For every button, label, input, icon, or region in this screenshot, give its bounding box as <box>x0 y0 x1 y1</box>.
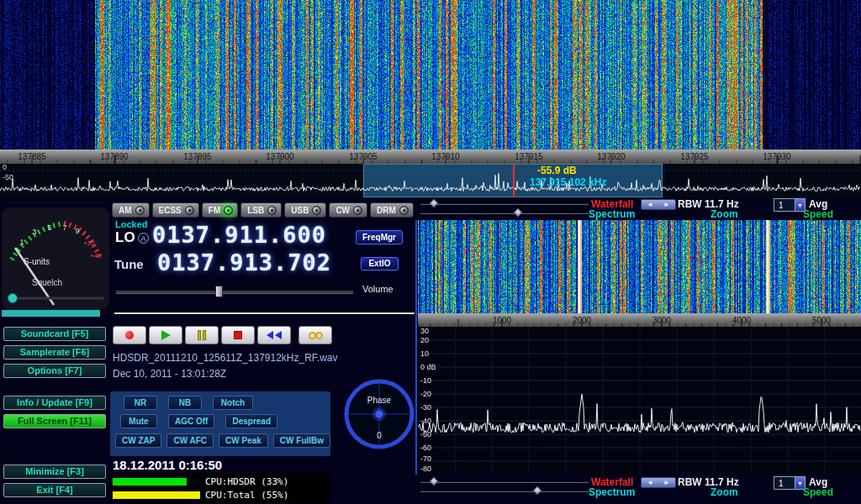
volume-slider-thumb[interactable] <box>215 286 223 297</box>
freq-label: 137890 <box>100 152 128 161</box>
lo-frequency-display[interactable]: 0137.911.600 <box>152 222 326 248</box>
smeter-tick-label: 1 <box>19 238 24 246</box>
mode-am[interactable]: AM <box>112 202 150 218</box>
hdsdr-level-bar <box>113 478 200 486</box>
slider-groove[interactable] <box>420 202 589 205</box>
exit-button[interactable]: Exit [F4] <box>3 483 106 497</box>
slider-groove[interactable] <box>420 212 589 214</box>
volume-slider-track[interactable] <box>116 291 353 293</box>
slider-thumb[interactable] <box>513 207 522 217</box>
cw-zap-button[interactable]: CW ZAP <box>115 433 161 448</box>
af-waterfall-display[interactable] <box>418 220 861 313</box>
major-ticks <box>0 155 861 164</box>
cw-afc-button[interactable]: CW AFC <box>166 433 214 448</box>
signal-level-bar <box>2 310 100 317</box>
loop-button[interactable] <box>298 326 332 344</box>
slider-thumb[interactable] <box>429 476 438 486</box>
datetime-display: 18.12.2011 0:16:50 <box>113 458 222 472</box>
lo-lock-badge[interactable]: A <box>138 233 149 244</box>
smeter-tick-label: 5 <box>47 223 51 232</box>
arrow-right-icon[interactable]: ► <box>663 480 670 486</box>
slider-thumb[interactable] <box>532 486 541 495</box>
avg-select-bottom[interactable]: 1 ▼ <box>774 476 806 490</box>
nb-button[interactable]: NB <box>168 396 202 410</box>
mode-cw[interactable]: CW <box>329 202 367 218</box>
freq-label: 137910 <box>431 152 459 161</box>
mode-knob-icon <box>399 206 409 215</box>
cw-peak-button[interactable]: CW Peak <box>219 433 268 448</box>
info-update-button[interactable]: Info / Update [F9] <box>3 396 106 410</box>
waterfall-contrast-slider[interactable] <box>420 200 589 208</box>
recording-position-slider[interactable] <box>114 312 415 314</box>
arrow-left-icon[interactable]: ◄ <box>647 202 653 208</box>
s-units-label: S-units <box>24 257 50 266</box>
af-scale-label: 4000 <box>732 316 751 325</box>
af-scale-label: 1000 <box>493 316 511 325</box>
zoom-arrows[interactable]: ◄ ► <box>641 199 676 210</box>
freqmgr-button[interactable]: FreqMgr <box>356 230 403 244</box>
db-axis-label: -40 <box>420 417 431 425</box>
af-spectrum-display[interactable]: 30 20 10 0 dB -10 -20 -30 -40 -50 -60 -7… <box>418 327 861 475</box>
rewind-button[interactable] <box>257 326 291 344</box>
avg-select[interactable]: 1 ▼ <box>774 198 806 212</box>
waterfall-contrast-slider-bottom[interactable] <box>420 478 589 486</box>
cw-fullbw-button[interactable]: CW FullBw <box>273 433 330 448</box>
record-button[interactable] <box>113 326 146 344</box>
af-frequency-scale[interactable]: 1000 2000 3000 4000 5000 <box>418 313 861 327</box>
zoom-label-bottom: Zoom <box>710 487 738 497</box>
rf-waterfall-display[interactable] <box>0 0 861 150</box>
despread-button[interactable]: Despread <box>225 414 277 428</box>
freq-label: 137930 <box>763 152 790 161</box>
spectrum-tab[interactable]: Spectrum <box>589 209 635 219</box>
stop-button[interactable] <box>221 326 255 344</box>
soundcard-button[interactable]: Soundcard [F5] <box>3 327 106 341</box>
mute-button[interactable]: Mute <box>120 414 157 428</box>
strip-axis-label: -50 <box>3 173 13 181</box>
db-axis-label: -10 <box>420 377 431 385</box>
mode-ecss[interactable]: ECSS <box>152 202 199 218</box>
mode-usb[interactable]: USB <box>284 202 326 218</box>
zoom-arrows-bottom[interactable]: ◄ ► <box>641 477 676 488</box>
tune-marker <box>513 164 515 197</box>
fullscreen-button[interactable]: Full Screen [F11] <box>3 414 106 428</box>
total-level-fill <box>113 491 200 499</box>
mode-drm[interactable]: DRM <box>370 202 414 218</box>
tuning-spectrum-trace <box>0 164 861 197</box>
mode-knob-icon <box>353 206 362 215</box>
extio-button[interactable]: ExtIO <box>361 257 399 270</box>
mode-lsb[interactable]: LSB <box>240 202 282 218</box>
hdsdr-window: 137885 137890 137895 137900 137905 13791… <box>0 0 861 504</box>
tuning-spectrum[interactable]: 0 -50 -55.9 dB 137.915.102 kHz <box>0 164 861 197</box>
phase-label: Phase <box>367 396 392 405</box>
cpu-total-text: CPU:Total (55%) <box>205 490 288 501</box>
pause-button[interactable] <box>185 326 219 344</box>
squelch-slider-thumb[interactable] <box>8 294 18 303</box>
db-axis-label: -80 <box>420 465 431 473</box>
tune-frequency-display[interactable]: 0137.913.702 <box>157 249 331 276</box>
options-button[interactable]: Options [F7] <box>3 364 106 378</box>
rf-frequency-scale[interactable]: 137885 137890 137895 137900 137905 13791… <box>0 150 861 164</box>
cpu-row: CPU:Total (55%) <box>113 489 330 501</box>
slider-groove[interactable] <box>420 490 589 492</box>
slider-groove[interactable] <box>420 480 589 483</box>
db-readout: -55.9 dB <box>537 165 577 176</box>
arrow-right-icon[interactable]: ► <box>663 202 670 208</box>
phase-value: 0 <box>377 431 382 440</box>
spectrum-tab-bottom[interactable]: Spectrum <box>589 487 635 497</box>
agc-button[interactable]: AGC Off <box>168 414 214 428</box>
waterfall-brightness-slider[interactable] <box>420 209 589 218</box>
mode-knob-icon <box>185 206 194 215</box>
play-button[interactable] <box>149 326 182 344</box>
minimize-button[interactable]: Minimize [F3] <box>3 465 106 479</box>
mode-knob-icon <box>267 206 277 215</box>
nr-button[interactable]: NR <box>124 396 157 410</box>
mode-fm[interactable]: FM <box>202 202 238 218</box>
samplerate-button[interactable]: Samplerate [F6] <box>3 345 106 360</box>
arrow-left-icon[interactable]: ◄ <box>647 480 653 486</box>
notch-button[interactable]: Notch <box>213 396 253 410</box>
slider-thumb[interactable] <box>429 198 438 207</box>
phase-dial[interactable]: Phase 0 <box>342 377 416 451</box>
freq-readout: 137.915.102 kHz <box>530 176 606 188</box>
smeter-tick-label: 3 <box>32 228 36 236</box>
waterfall-brightness-slider-bottom[interactable] <box>420 487 589 496</box>
